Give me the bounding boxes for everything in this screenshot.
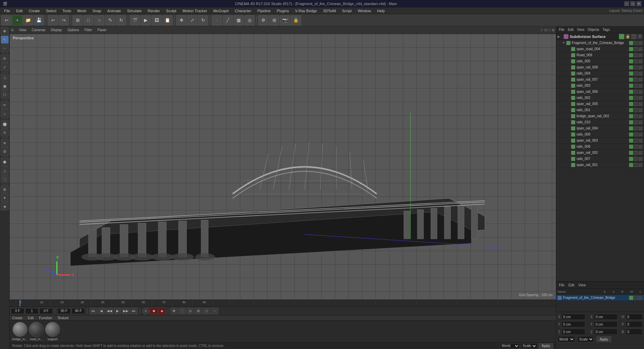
lt-tool-7[interactable]: ▣ [1, 82, 9, 90]
lt-tool-13[interactable]: ≋ [1, 139, 9, 147]
obj-dot-m-0[interactable] [639, 47, 643, 51]
frame-step-input[interactable] [25, 308, 39, 314]
coord-x-input[interactable] [562, 314, 585, 320]
selected-dot-m[interactable] [639, 296, 643, 300]
obj-dot-v-12[interactable] [629, 120, 633, 124]
go-end-button[interactable]: ⏭ [130, 308, 138, 314]
menu-help[interactable]: Help [375, 8, 388, 14]
timeline[interactable]: 0 10 20 30 40 50 60 70 80 90 [9, 300, 556, 306]
select-freehand-button[interactable]: ✎ [105, 15, 115, 25]
lt-tool-6[interactable]: ◇ [1, 74, 9, 82]
vt-icon-2[interactable]: ⊡ [544, 28, 547, 32]
obj-dot-v-7[interactable] [629, 90, 633, 94]
mat-texture-btn[interactable]: Texture [56, 316, 70, 320]
undo2-button[interactable]: ↩ [48, 15, 58, 25]
ik-mode-button[interactable]: ⬛ [178, 308, 186, 314]
menu-render[interactable]: Render [145, 8, 163, 14]
obj-dot-m-4[interactable] [639, 71, 643, 76]
obj-row-6[interactable]: rails_003 [556, 83, 644, 89]
obj-row-15[interactable]: span_rail_003 [556, 138, 644, 144]
obj-dot-r-11[interactable] [634, 114, 638, 118]
coord-scale-select[interactable]: Scale [578, 336, 594, 342]
scale-tool[interactable]: ⤢ [187, 15, 197, 25]
coord-apply-button[interactable]: Apply [597, 336, 611, 342]
om-file-btn[interactable]: File [558, 27, 566, 32]
obj-dot-m-5[interactable] [639, 78, 643, 82]
obj-row-3[interactable]: span_rail_008 [556, 64, 644, 70]
go-start-button[interactable]: ⏮ [89, 308, 97, 314]
material-item-1[interactable]: road_m... [29, 322, 44, 341]
play-back-button[interactable]: ◀◀ [106, 308, 113, 314]
obj-row-selected[interactable]: Fragment_of_the_Crimean_Bridge [556, 295, 644, 301]
lt-tool-10[interactable]: ⌂ [1, 109, 9, 118]
select-circle-button[interactable]: ○ [94, 15, 104, 25]
obj-dot-r-17[interactable] [634, 151, 638, 155]
obj-dot-r-3[interactable] [634, 65, 638, 69]
lt-tool-18[interactable]: ⊕ [1, 185, 9, 193]
obj-dot-v-6[interactable] [629, 84, 633, 88]
obj-row-0[interactable]: span_road_004 [556, 46, 644, 52]
obj-dot-r-13[interactable] [634, 126, 638, 130]
timeline-view-button[interactable]: ⬡ [203, 308, 210, 314]
close-button[interactable]: ✕ [637, 1, 641, 6]
obj-dot-m-15[interactable] [639, 139, 643, 143]
obj-dot-r-18[interactable] [634, 157, 638, 161]
obj-row-16[interactable]: rails_008 [556, 144, 644, 150]
render-settings-button[interactable]: ⚙ [258, 15, 268, 25]
obj-dot-r[interactable] [634, 41, 638, 45]
coord-h-input[interactable] [626, 314, 643, 320]
record-mode-button[interactable]: ⏺ [150, 308, 158, 314]
motion-mode-button[interactable]: ✥ [170, 308, 178, 314]
obj-dot-r-5[interactable] [634, 78, 638, 82]
rotate-button[interactable]: ↻ [116, 15, 126, 25]
vt-panel[interactable]: Panel [96, 28, 108, 32]
obj-row-8[interactable]: rails_002 [556, 95, 644, 101]
obj-dot-m-9[interactable] [639, 102, 643, 106]
obj-dot-m-6[interactable] [639, 84, 643, 88]
om-tags-btn[interactable]: Tags [601, 27, 611, 32]
menu-vray[interactable]: V-Ray Bridge [293, 8, 320, 14]
obj-dot-v-9[interactable] [629, 102, 633, 106]
obj-dot-m[interactable] [639, 41, 643, 45]
obj-row-4[interactable]: rails_004 [556, 70, 644, 77]
apply-button[interactable]: Apply [539, 343, 553, 349]
obj-row-2[interactable]: rails_005 [556, 58, 644, 64]
obj-dot-v-18[interactable] [629, 157, 633, 161]
obj-dot-m-17[interactable] [639, 151, 643, 155]
obj-eye-icon[interactable]: 👁 [619, 34, 624, 39]
obj-dot-m-3[interactable] [639, 65, 643, 69]
mat-create-btn[interactable]: Create [11, 316, 24, 320]
lt-tool-11[interactable]: ⬤ [1, 120, 9, 128]
obj-dot-v-2[interactable] [629, 59, 633, 63]
lt-tool-12[interactable]: ⊙ [1, 128, 9, 137]
obj-dot-m-8[interactable] [639, 96, 643, 100]
menu-script[interactable]: Script [339, 8, 354, 14]
sync-button[interactable]: ⊞ [195, 308, 202, 314]
audio-button[interactable]: ♪ [211, 308, 218, 314]
obj-dot-m-10[interactable] [639, 108, 643, 112]
coord-world-select[interactable]: World Object [558, 336, 575, 342]
lt-tool-19[interactable]: ✦ [1, 194, 9, 202]
menu-create[interactable]: Create [26, 8, 43, 14]
play-fwd-button[interactable]: ▶▶ [122, 308, 129, 314]
vt-view[interactable]: View [18, 28, 28, 32]
obj-close-icon[interactable]: ✕ [637, 34, 643, 39]
obj-dot-r-2[interactable] [634, 59, 638, 63]
obj-expand-tri[interactable]: ▼ [562, 41, 566, 44]
obj-dot-v-0[interactable] [629, 47, 633, 51]
menu-character[interactable]: Character [232, 8, 254, 14]
menu-tools[interactable]: Tools [60, 8, 74, 14]
obj-dot-m-19[interactable] [639, 163, 643, 167]
material-item-2[interactable]: support [45, 322, 60, 341]
obj-dot-v-11[interactable] [629, 114, 633, 118]
lt-tool-8[interactable]: ⬡ [1, 90, 9, 99]
select-rect-button[interactable]: □ [83, 15, 94, 25]
lt-tool-1[interactable]: ✥ [1, 27, 9, 35]
mode-edge[interactable]: ╱ [223, 15, 233, 25]
menu-3dtoall[interactable]: 3DToAll [320, 8, 339, 14]
camera-button[interactable]: 📷 [280, 15, 290, 25]
lt-tool-16[interactable]: △ [1, 166, 9, 174]
obj-dot-r-12[interactable] [634, 120, 638, 124]
obj-dot-r-7[interactable] [634, 90, 638, 94]
menu-edit[interactable]: Edit [14, 8, 25, 14]
